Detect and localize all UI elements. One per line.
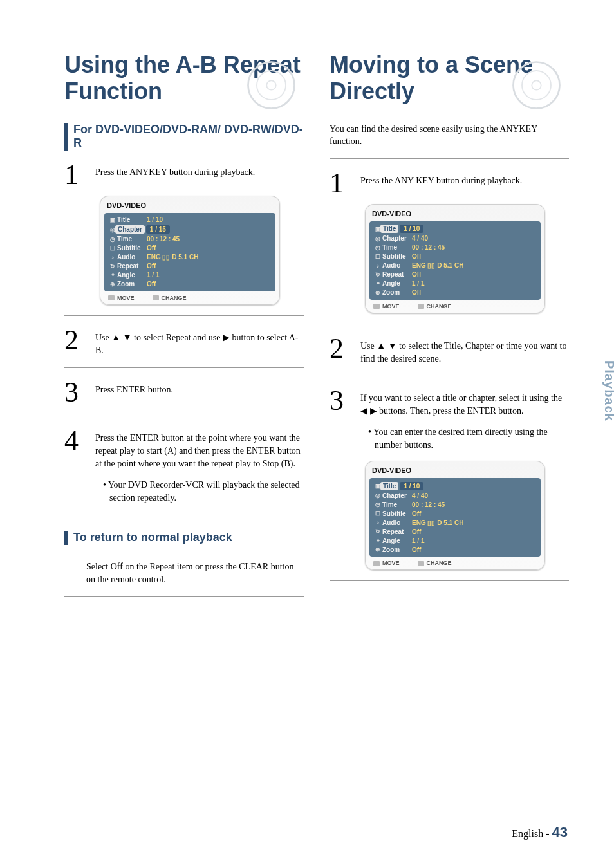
osd-value: 1 / 1: [412, 280, 424, 287]
separator: [64, 515, 304, 515]
step-text: Press the ANY KEY button during playback…: [360, 171, 522, 187]
step-text: Press the ANYKEY button during playback.: [95, 162, 255, 179]
repeat-icon: ↻: [373, 272, 382, 278]
left-subheading-1: For DVD-VIDEO/DVD-RAM/ DVD-RW/DVD-R: [64, 123, 304, 151]
page-footer: English - 43: [512, 824, 568, 841]
osd-heading: DVD-VIDEO: [104, 200, 275, 213]
left-step-1: 1 Press the ANYKEY button during playbac…: [64, 162, 304, 188]
step-text: Use ▲ ▼ to select Repeat and use ▶ butto…: [95, 328, 304, 358]
osd-row-repeat: ↻RepeatOff: [373, 527, 537, 536]
osd-value: 1 / 10: [400, 225, 423, 233]
angle-icon: ⌖: [108, 272, 117, 279]
osd-label: Time: [382, 501, 412, 508]
side-tab-playback: Playback: [602, 360, 614, 421]
right-step-3: 3 If you want to select a title or chapt…: [330, 388, 569, 418]
svg-point-1: [257, 71, 286, 100]
osd-label: Repeat: [382, 271, 412, 278]
separator: [330, 376, 569, 376]
separator: [330, 580, 569, 581]
osd-row-chapter: ◎Chapter4 / 40: [373, 491, 537, 500]
osd-value: 4 / 40: [412, 492, 428, 499]
osd-label: Chapter: [115, 225, 145, 234]
right-title-text: Moving to a Scene Directly: [330, 51, 533, 104]
osd-value: Off: [147, 263, 156, 270]
osd-foot-move: MOVE: [373, 560, 400, 566]
osd-row-subtitle: ☐SubtitleOff: [108, 244, 272, 253]
osd-row-zoom: ⊕ZoomOff: [373, 288, 537, 297]
separator: [64, 416, 304, 416]
osd-label: Angle: [117, 272, 147, 279]
osd-value: Off: [412, 289, 421, 296]
audio-icon: ♪: [373, 263, 382, 269]
osd-row-audio: ♪AudioENG ▯▯ D 5.1 CH: [108, 253, 272, 262]
osd-value: Off: [147, 245, 156, 252]
osd-label: Audio: [382, 519, 412, 526]
osd-row-title: ▣Title1 / 10: [373, 481, 537, 491]
chapter-icon: ◎: [373, 235, 382, 242]
osd-row-audio: ♪AudioENG ▯▯ D 5.1 CH: [373, 261, 537, 270]
osd-label: Repeat: [117, 263, 147, 270]
audio-icon: ♪: [108, 254, 117, 261]
left-step-3: 3 Press ENTER button.: [64, 380, 304, 405]
title-icon: ▣: [108, 217, 117, 223]
osd-row-angle: ⌖Angle1 / 1: [373, 536, 537, 545]
osd-label: Audio: [382, 262, 412, 269]
zoom-icon: ⊕: [373, 546, 382, 553]
osd-label: Angle: [382, 280, 412, 287]
right-step-3-bullet: • You can enter the desired item directl…: [368, 426, 569, 452]
osd-row-zoom: ⊕ZoomOff: [373, 545, 537, 554]
osd-row-title: ▣Title1 / 10: [108, 216, 272, 225]
osd-label: Zoom: [117, 281, 147, 288]
osd-label: Title: [380, 482, 398, 490]
repeat-icon: ↻: [373, 528, 382, 535]
left-column: Using the A-B Repeat Function For DVD-VI…: [64, 51, 304, 606]
osd-value: 00 : 12 : 45: [147, 235, 180, 243]
osd-foot-move: MOVE: [373, 303, 400, 309]
osd-row-zoom: ⊕ZoomOff: [108, 280, 272, 289]
osd-row-subtitle: ☐SubtitleOff: [373, 252, 537, 261]
osd-label: Repeat: [382, 528, 412, 535]
step-text: Press the ENTER button at the point wher…: [95, 428, 304, 471]
separator: [64, 315, 304, 316]
osd-body: ▣Title1 / 10 ◎Chapter4 / 40 ◷Time00 : 12…: [369, 478, 541, 557]
osd-footer: MOVE CHANGE: [104, 291, 275, 302]
zoom-icon: ⊕: [108, 281, 117, 288]
step-text: Use ▲ ▼ to select the Title, Chapter or …: [360, 336, 569, 366]
osd-value: 1 / 1: [412, 537, 424, 544]
step-text: If you want to select a title or chapter…: [360, 388, 569, 418]
osd-value: 00 : 12 : 45: [412, 244, 445, 251]
right-step-2: 2 Use ▲ ▼ to select the Title, Chapter o…: [330, 336, 569, 366]
svg-point-5: [532, 80, 541, 89]
osd-value: 1 / 10: [147, 216, 163, 223]
footer-language: English -: [512, 828, 552, 839]
osd-label: Title: [117, 216, 147, 223]
osd-panel-right-1: DVD-VIDEO ▣Title1 / 10 ◎Chapter4 / 40 ◷T…: [365, 204, 545, 313]
osd-value: 1 / 15: [146, 225, 170, 234]
osd-row-time: ◷Time00 : 12 : 45: [373, 500, 537, 509]
osd-value: Off: [412, 271, 421, 278]
right-title: Moving to a Scene Directly: [330, 51, 569, 105]
svg-point-0: [248, 62, 295, 108]
osd-body: ▣Title1 / 10 ◎Chapter1 / 15 ◷Time00 : 12…: [104, 213, 275, 291]
osd-heading: DVD-VIDEO: [369, 208, 541, 221]
step-text: Press ENTER button.: [95, 380, 173, 396]
subtitle-icon: ☐: [373, 510, 382, 517]
osd-row-audio: ♪AudioENG ▯▯ D 5.1 CH: [373, 518, 537, 527]
repeat-icon: ↻: [108, 263, 117, 270]
step-number: 1: [64, 162, 84, 188]
left-step-4-bullet: • Your DVD Recorder-VCR will playback th…: [103, 479, 304, 505]
step-number: 1: [330, 171, 349, 196]
svg-point-4: [522, 71, 551, 100]
step-number: 2: [64, 328, 84, 353]
osd-label: Zoom: [382, 289, 412, 296]
osd-value: 1 / 1: [147, 272, 159, 279]
step-number: 2: [330, 336, 349, 362]
osd-value: 4 / 40: [412, 235, 428, 242]
step-number: 3: [330, 388, 349, 414]
angle-icon: ⌖: [373, 280, 382, 287]
osd-footer: MOVE CHANGE: [369, 300, 541, 311]
left-step-2: 2 Use ▲ ▼ to select Repeat and use ▶ but…: [64, 328, 304, 358]
osd-value: ENG ▯▯ D 5.1 CH: [412, 519, 463, 526]
osd-row-chapter: ◎Chapter4 / 40: [373, 234, 537, 243]
osd-row-angle: ⌖Angle1 / 1: [108, 271, 272, 280]
